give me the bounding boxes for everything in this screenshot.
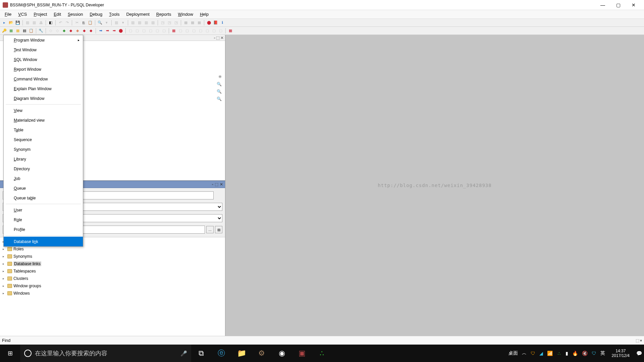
object-tree[interactable]: ▸Profiles ▸Roles ▸Synonyms ▸Database lin… — [0, 237, 225, 336]
tb-icon[interactable]: ◇ — [48, 28, 54, 34]
key-icon[interactable]: 🔑 — [1, 28, 7, 34]
magnifier-icon[interactable]: 🔍 — [217, 82, 222, 86]
tb-icon[interactable]: ▢ — [204, 28, 210, 34]
tb-icon[interactable]: ▥ — [150, 20, 156, 26]
menu-session[interactable]: Session — [64, 10, 87, 18]
wifi-icon[interactable]: 📶 — [547, 351, 553, 356]
star-icon[interactable]: ✳ — [218, 74, 222, 79]
menu-reports[interactable]: Reports — [153, 10, 175, 18]
tb-icon[interactable]: ▦ — [8, 28, 14, 34]
tray-icon[interactable]: 🛡 — [531, 351, 535, 356]
tree-node-synonyms[interactable]: ▸Synonyms — [1, 253, 224, 260]
open-icon[interactable]: 📂 — [8, 20, 14, 26]
ime-indicator[interactable]: 英 — [600, 350, 605, 356]
task-view-icon[interactable]: ⧉ — [191, 345, 211, 362]
tb-icon[interactable]: ▦ — [183, 20, 189, 26]
browse-button[interactable]: … — [206, 226, 214, 233]
find-icon[interactable]: 🔍 — [97, 20, 103, 26]
menu-view[interactable]: View — [4, 106, 83, 115]
tb-icon[interactable]: ◇ — [54, 28, 60, 34]
menu-test-window[interactable]: Test Window — [4, 45, 83, 55]
menu-report-window[interactable]: Report Window — [4, 64, 83, 74]
tb-icon[interactable]: ▾ — [104, 20, 110, 26]
cut-icon[interactable]: ✂ — [74, 20, 80, 26]
tb-icon[interactable]: ▢ — [134, 28, 140, 34]
arrow-right-icon[interactable]: ➡ — [98, 28, 104, 34]
tb-icon[interactable]: ⬤ — [118, 28, 124, 34]
mic-icon[interactable]: 🎤 — [180, 350, 187, 357]
tree-node-database-links[interactable]: ▸Database links — [1, 260, 224, 267]
tb-icon[interactable]: ▾ — [120, 20, 126, 26]
pane-pin-icon[interactable]: ⬚ — [636, 338, 639, 343]
doc-icon[interactable]: ▤ — [215, 226, 222, 233]
tb-icon[interactable]: ▢ — [218, 28, 224, 34]
tb-icon[interactable]: ◆ — [88, 28, 94, 34]
menu-debug[interactable]: Debug — [87, 10, 106, 18]
tb-icon[interactable]: ▢ — [161, 28, 167, 34]
menu-edit[interactable]: Edit — [50, 10, 64, 18]
menu-tools[interactable]: Tools — [106, 10, 123, 18]
magnifier-icon[interactable]: 🔍 — [217, 97, 222, 101]
tb-icon[interactable]: ▢ — [154, 28, 160, 34]
chrome-icon[interactable]: ◉ — [272, 345, 292, 362]
tb-icon[interactable]: ◆ — [81, 28, 87, 34]
tb-icon[interactable]: ▢ — [191, 28, 197, 34]
menu-file[interactable]: File — [1, 10, 15, 18]
menu-window[interactable]: Window — [175, 10, 197, 18]
tree-node-windows[interactable]: ▸Windows — [1, 290, 224, 297]
menu-sequence[interactable]: Sequence — [4, 135, 83, 144]
menu-directory[interactable]: Directory — [4, 164, 83, 174]
tree-node-clusters[interactable]: ▸Clusters — [1, 275, 224, 282]
tb-icon[interactable]: ◳ — [166, 20, 172, 26]
start-button[interactable]: ⊞ — [0, 345, 20, 362]
menu-library[interactable]: Library — [4, 154, 83, 164]
tb-icon[interactable]: ▦ — [227, 28, 233, 34]
print-icon[interactable]: 🖶 — [38, 20, 44, 26]
tray-icon[interactable]: ◢ — [539, 351, 543, 356]
desktop-label[interactable]: 桌面 — [508, 350, 518, 356]
tb-icon[interactable]: ▢ — [141, 28, 147, 34]
close-button[interactable]: ✕ — [626, 0, 641, 10]
menu-program-window[interactable]: Program Window — [4, 35, 83, 45]
tb-icon[interactable]: ▦ — [15, 28, 21, 34]
tb-icon[interactable]: ▥ — [113, 20, 119, 26]
tb-icon[interactable]: ▥ — [137, 20, 143, 26]
notifications-icon[interactable]: 💬 — [636, 351, 642, 356]
menu-deployment[interactable]: Deployment — [123, 10, 153, 18]
tb-icon[interactable]: ◧ — [48, 20, 54, 26]
menu-project[interactable]: Project — [30, 10, 50, 18]
menu-table[interactable]: Table — [4, 125, 83, 135]
tb-icon[interactable]: ▢ — [148, 28, 154, 34]
tb-icon[interactable]: ▦ — [171, 28, 177, 34]
tb-icon[interactable]: ◆ — [74, 28, 80, 34]
battery-icon[interactable]: ▮ — [566, 351, 568, 356]
pane-pin-icon[interactable]: ⬚ — [215, 182, 218, 187]
undo-icon[interactable]: ↶ — [57, 20, 63, 26]
new-icon[interactable]: ▸ — [1, 20, 7, 26]
ie-icon[interactable]: ⓔ — [211, 345, 231, 362]
plsql-icon[interactable]: ▣ — [292, 345, 312, 362]
tb-icon[interactable]: ▥ — [143, 20, 149, 26]
tb-icon[interactable]: ◳ — [173, 20, 179, 26]
tb-icon[interactable]: ◆ — [61, 28, 67, 34]
tb-icon[interactable]: ▥ — [130, 20, 136, 26]
volume-icon[interactable]: 🔇 — [582, 351, 588, 356]
maximize-button[interactable]: ▢ — [610, 0, 626, 10]
menu-materialized-view[interactable]: Materialized view — [4, 115, 83, 125]
arrow-right-icon[interactable]: ➡ — [104, 28, 110, 34]
stop-icon[interactable]: ⬤ — [206, 20, 212, 26]
pane-btn[interactable]: ▫ — [214, 36, 215, 40]
tb-icon[interactable]: ▦ — [196, 20, 202, 26]
redo-icon[interactable]: ↷ — [64, 20, 70, 26]
tb-icon[interactable]: ◳ — [160, 20, 166, 26]
tb-icon[interactable]: ▦ — [190, 20, 196, 26]
copy-icon[interactable]: ⎘ — [80, 20, 87, 26]
minimize-button[interactable]: — — [595, 0, 610, 10]
menu-diagram-window[interactable]: Diagram Window — [4, 94, 83, 103]
filter-btn[interactable] — [215, 193, 222, 201]
app-icon[interactable]: ⚙ — [252, 345, 272, 362]
tray-icon[interactable]: 🔥 — [572, 351, 578, 356]
pane-pin-icon[interactable]: ⬚ — [216, 36, 220, 40]
menu-vcs[interactable]: VCS — [15, 10, 30, 18]
pane-btn[interactable]: ▾ — [640, 338, 642, 343]
